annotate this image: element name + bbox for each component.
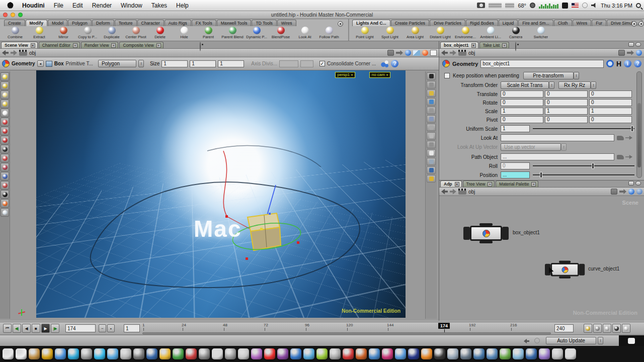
pin-pane-icon[interactable] (628, 189, 634, 195)
fullscreen-pane-icon[interactable] (430, 50, 437, 56)
dock-app-icon[interactable] (513, 348, 524, 359)
viewport-tool-button[interactable] (1, 118, 9, 126)
transform-order-select[interactable]: Scale Rot Trans (501, 81, 549, 89)
dock-app-icon[interactable] (3, 348, 14, 359)
network-type-icon[interactable] (19, 50, 27, 56)
dock-app-icon[interactable] (526, 348, 537, 359)
viewport-tool-button[interactable] (1, 199, 9, 208)
dock-app-icon[interactable] (487, 348, 498, 359)
clock-label[interactable]: Thu 3:16 PM (601, 3, 632, 9)
dock-app-icon[interactable] (120, 348, 131, 359)
shelf-tool[interactable]: Dynamic P... (245, 26, 269, 41)
close-tab-icon[interactable] (531, 182, 536, 187)
value-field-z[interactable]: 0 (589, 116, 632, 123)
shelf-tab[interactable]: Fire and Sm... (518, 20, 553, 26)
close-tab-icon[interactable] (111, 43, 116, 48)
select-node-icon[interactable] (606, 60, 614, 67)
display-option-button[interactable] (427, 175, 436, 183)
dock-app-icon[interactable] (68, 348, 79, 359)
dock-app-icon[interactable] (369, 348, 380, 359)
go-to-start-button[interactable]: ⏮ (3, 324, 12, 333)
viewport-tool-button[interactable] (1, 72, 9, 81)
dock-app-icon[interactable] (277, 348, 288, 359)
pane-tab[interactable]: Composite View (119, 42, 163, 48)
dock-app-icon[interactable] (421, 348, 432, 359)
apple-menu-icon[interactable] (7, 2, 14, 9)
shelf-tab[interactable]: Wires (277, 20, 296, 26)
context-label[interactable]: Geometry (12, 61, 35, 66)
display-option-button[interactable] (427, 141, 436, 148)
dock-app-icon[interactable] (186, 348, 197, 359)
loop-mode-button[interactable] (603, 324, 611, 333)
pane-tab[interactable]: Material Palette (496, 180, 538, 187)
dock-app-icon[interactable] (316, 348, 328, 359)
size-z-field[interactable] (218, 60, 244, 67)
dock-app-icon[interactable] (343, 348, 354, 359)
shelf-tool[interactable]: Follow Path (317, 26, 341, 41)
pane-menu-icon[interactable] (635, 42, 641, 47)
viewport-tool-button[interactable] (1, 109, 9, 117)
scroll-tabs-icon[interactable] (631, 21, 637, 27)
close-tab-icon[interactable] (471, 43, 476, 48)
display-option-button[interactable] (427, 132, 436, 140)
node-body[interactable] (550, 263, 579, 276)
shelf-tool[interactable]: Area Light (403, 26, 428, 41)
shelf-tab[interactable]: Create Particles (391, 20, 429, 26)
value-field-y[interactable]: 0 (545, 116, 588, 123)
node-label[interactable]: Box (54, 61, 64, 66)
gear-icon[interactable] (530, 3, 535, 8)
dock-app-icon[interactable] (264, 348, 275, 359)
pane-tab[interactable]: Tree View (463, 180, 495, 187)
node-name-field[interactable] (480, 60, 604, 68)
viewport-tool-button[interactable] (1, 127, 9, 135)
viewport-tool-button[interactable] (1, 154, 9, 162)
roll-slider[interactable] (533, 162, 634, 169)
points-display-icon[interactable] (381, 60, 389, 68)
transform-order-spinner-icon[interactable] (549, 81, 554, 89)
dock-app-icon[interactable] (29, 348, 40, 359)
shelf-tool[interactable]: Mirror (51, 26, 75, 41)
viewport-tool-button[interactable] (1, 208, 9, 217)
dock-app-icon[interactable] (94, 348, 105, 359)
jump-to-node-icon[interactable] (625, 155, 632, 159)
close-tab-icon[interactable] (488, 182, 492, 187)
dock-app-icon[interactable] (539, 348, 550, 359)
menu-item[interactable]: File (49, 0, 68, 11)
shelf-tab[interactable]: Fur (592, 20, 606, 26)
node-box-object1[interactable] (463, 226, 509, 241)
value-field-x[interactable]: 0 (501, 99, 543, 106)
pane-menu-icon[interactable] (635, 181, 641, 186)
realtime-toggle-button[interactable] (612, 324, 621, 333)
no-cam-badge[interactable]: no cam (369, 72, 390, 78)
back-icon[interactable] (441, 50, 448, 56)
layout-cube-icon[interactable] (413, 50, 420, 56)
frame-increment-button[interactable]: • (107, 324, 115, 332)
update-mode-select[interactable]: Auto Update (546, 337, 596, 344)
shelf-tool[interactable]: Hide (172, 26, 196, 41)
shelf-tool[interactable]: Look At (293, 26, 317, 41)
shelf-tab[interactable]: Drive Particles (430, 20, 465, 26)
next-keyframe-button[interactable]: |▶ (51, 324, 59, 333)
pane-tab[interactable]: Adp (440, 180, 462, 187)
dock-app-icon[interactable] (16, 348, 27, 359)
dock-app-icon[interactable] (133, 348, 144, 359)
viewport-tool-button[interactable] (1, 163, 9, 171)
link-pane-icon[interactable] (396, 50, 403, 55)
rotate-order-select[interactable]: Rx Ry Rz (558, 81, 591, 89)
shelf-tool[interactable]: Duplicate (100, 26, 124, 41)
dock-app-icon[interactable] (42, 348, 53, 359)
dock-app-icon[interactable] (225, 348, 236, 359)
mesh-type-spinner-icon[interactable] (138, 60, 144, 67)
path-dropdown-icon[interactable] (611, 189, 617, 195)
menu-item[interactable]: Houdini (18, 0, 49, 11)
shelf-tool[interactable]: Environme... (453, 26, 478, 41)
value-field-y[interactable]: 0 (545, 99, 588, 106)
dock-app-icon[interactable] (251, 348, 262, 359)
dock-app-icon[interactable] (565, 348, 576, 359)
shelf-tool[interactable]: Switcher (528, 26, 553, 41)
shelf-menu-icon[interactable] (638, 21, 644, 27)
shelf-tool[interactable]: BlendPose (269, 26, 293, 41)
dock-app-icon[interactable] (395, 348, 406, 359)
undo-icon[interactable] (524, 339, 529, 343)
uniform-scale-slider[interactable] (533, 125, 634, 132)
